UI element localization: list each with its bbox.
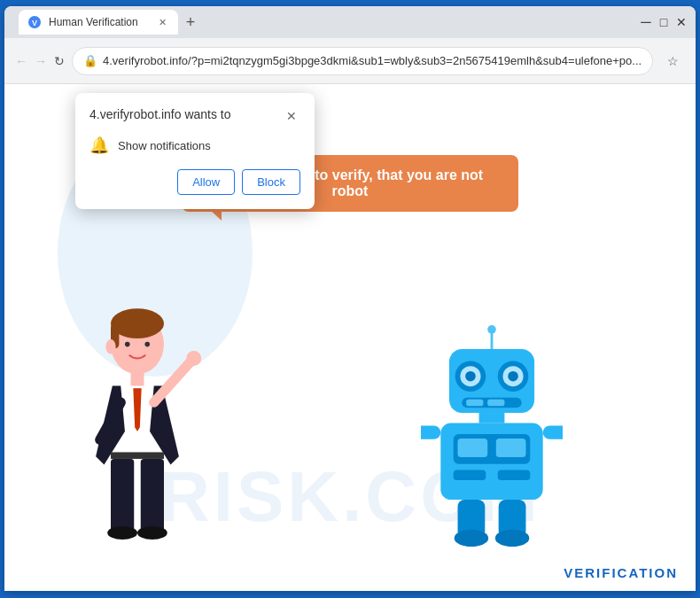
tab-title: Human Verification <box>49 16 148 28</box>
svg-rect-15 <box>141 459 164 533</box>
svg-point-17 <box>137 526 167 540</box>
page-content: RISK.COM 4.verifyrobot.info wants to ✕ 🔔… <box>4 84 696 591</box>
notification-label: Show notifications <box>118 139 211 152</box>
tab-close-button[interactable]: ✕ <box>155 15 169 29</box>
title-bar: V Human Verification ✕ + ─ □ ✕ <box>4 6 696 38</box>
svg-point-22 <box>487 325 496 334</box>
popup-title: 4.verifyrobot.info wants to <box>89 107 231 121</box>
minimize-button[interactable]: ─ <box>639 15 653 29</box>
robot-figure <box>421 325 563 547</box>
browser-window: V Human Verification ✕ + ─ □ ✕ ← → ↻ 🔒 4… <box>4 6 696 591</box>
verification-label: VERIFICATION <box>564 565 678 580</box>
svg-rect-38 <box>454 470 486 480</box>
svg-rect-37 <box>496 439 526 457</box>
svg-point-28 <box>465 371 476 382</box>
allow-button[interactable]: Allow <box>177 169 235 195</box>
url-actions: ☆ 👤 ⋮ <box>660 49 696 74</box>
svg-point-29 <box>508 371 518 382</box>
lock-icon: 🔒 <box>83 54 97 67</box>
svg-point-6 <box>144 342 150 347</box>
close-button[interactable]: ✕ <box>674 15 688 29</box>
browser-tab[interactable]: V Human Verification ✕ <box>19 10 178 35</box>
popup-notification-item: 🔔 Show notifications <box>89 136 300 155</box>
svg-line-18 <box>154 361 191 402</box>
block-button[interactable]: Block <box>242 169 300 195</box>
address-bar: ← → ↻ 🔒 4.verifyrobot.info/?p=mi2tqnzygm… <box>4 38 696 84</box>
back-button[interactable]: ← <box>15 49 27 74</box>
person-figure <box>66 299 208 564</box>
url-bar[interactable]: 🔒 4.verifyrobot.info/?p=mi2tqnzygm5gi3bp… <box>72 47 653 75</box>
profile-icon[interactable]: 👤 <box>688 49 696 74</box>
url-text: 4.verifyrobot.info/?p=mi2tqnzygm5gi3bpge… <box>103 54 642 67</box>
forward-button[interactable]: → <box>35 49 47 74</box>
svg-rect-42 <box>543 425 563 439</box>
notification-popup: 4.verifyrobot.info wants to ✕ 🔔 Show not… <box>75 93 315 209</box>
popup-header: 4.verifyrobot.info wants to ✕ <box>89 107 300 125</box>
svg-rect-13 <box>111 452 164 459</box>
svg-point-7 <box>105 339 115 354</box>
popup-buttons: Allow Block <box>89 169 300 195</box>
svg-text:V: V <box>32 19 37 27</box>
window-controls-right: ─ □ ✕ <box>639 15 688 29</box>
svg-rect-39 <box>498 470 531 480</box>
svg-rect-36 <box>458 439 488 457</box>
tab-favicon-icon: V <box>27 15 42 29</box>
maximize-button[interactable]: □ <box>657 15 671 29</box>
new-tab-button[interactable]: + <box>178 10 203 35</box>
svg-rect-32 <box>487 400 504 407</box>
svg-point-5 <box>125 342 130 347</box>
refresh-button[interactable]: ↻ <box>54 49 65 74</box>
popup-close-button[interactable]: ✕ <box>283 107 300 125</box>
svg-point-48 <box>455 530 488 547</box>
svg-rect-33 <box>479 413 505 423</box>
bell-icon: 🔔 <box>89 136 109 155</box>
svg-rect-31 <box>466 400 483 407</box>
svg-rect-14 <box>111 459 134 533</box>
svg-point-16 <box>107 526 137 540</box>
bookmark-icon[interactable]: ☆ <box>660 49 685 74</box>
svg-rect-40 <box>421 425 440 439</box>
svg-point-19 <box>186 351 201 366</box>
svg-point-49 <box>495 530 529 547</box>
tab-bar: V Human Verification ✕ + <box>19 10 632 35</box>
